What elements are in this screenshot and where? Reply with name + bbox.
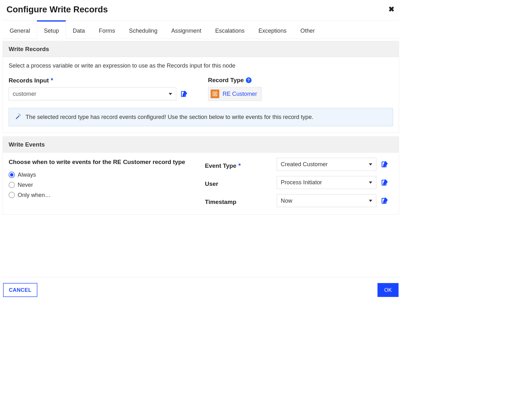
user-label: User xyxy=(205,178,272,187)
record-type-value: RE Customer xyxy=(223,90,257,97)
svg-point-5 xyxy=(19,114,20,115)
edit-user-icon[interactable] xyxy=(381,179,393,186)
chevron-down-icon xyxy=(369,181,372,184)
modal-footer: CANCEL OK xyxy=(2,277,400,297)
magic-wand-icon xyxy=(15,113,21,121)
records-input-label: Records Input * xyxy=(9,77,194,84)
ok-button[interactable]: OK xyxy=(378,283,399,297)
radio-option-never[interactable]: Never xyxy=(9,181,191,188)
write-records-description: Select a process variable or write an ex… xyxy=(9,62,393,69)
timestamp-value: Now xyxy=(281,197,292,204)
write-events-heading: Choose when to write events for the RE C… xyxy=(9,158,191,166)
modal-title: Configure Write Records xyxy=(6,4,108,15)
radio-icon xyxy=(9,172,15,178)
write-events-header: Write Events xyxy=(3,137,399,153)
event-type-value: Created Customer xyxy=(281,161,328,167)
event-type-select[interactable]: Created Customer xyxy=(277,158,376,171)
radio-option-only-when[interactable]: Only when… xyxy=(9,192,191,198)
tab-setup[interactable]: Setup xyxy=(37,20,66,39)
cancel-button[interactable]: CANCEL xyxy=(3,283,37,297)
chevron-down-icon xyxy=(169,93,172,95)
event-type-label: Event Type * xyxy=(205,159,272,169)
timestamp-select[interactable]: Now xyxy=(277,194,376,207)
record-type-label: Record Type ? xyxy=(208,77,393,84)
tab-forms[interactable]: Forms xyxy=(92,20,122,39)
record-type-label-text: Record Type xyxy=(208,77,244,84)
tab-scheduling[interactable]: Scheduling xyxy=(122,20,164,39)
record-type-chip[interactable]: RE Customer xyxy=(208,87,262,101)
tab-escalations[interactable]: Escalations xyxy=(208,20,251,39)
user-value: Process Initiator xyxy=(281,179,322,186)
user-select[interactable]: Process Initiator xyxy=(277,176,376,189)
write-records-header: Write Records xyxy=(3,41,399,57)
radio-icon xyxy=(9,192,15,198)
close-icon[interactable]: ✖ xyxy=(387,5,395,14)
tab-general[interactable]: General xyxy=(3,20,37,39)
timestamp-label: Timestamp xyxy=(205,196,272,205)
write-events-when-radio-group: Always Never Only when… xyxy=(9,172,191,199)
tab-bar: General Setup Data Forms Scheduling Assi… xyxy=(2,20,400,39)
edit-event-type-icon[interactable] xyxy=(381,161,393,168)
write-events-section: Write Events Choose when to write events… xyxy=(3,136,399,214)
required-star-icon: * xyxy=(51,77,53,84)
event-type-label-text: Event Type xyxy=(205,162,236,169)
tab-assignment[interactable]: Assignment xyxy=(164,20,208,39)
chevron-down-icon xyxy=(369,200,372,202)
edit-timestamp-icon[interactable] xyxy=(381,197,393,204)
edit-expression-icon[interactable] xyxy=(180,90,188,98)
radio-icon xyxy=(9,182,15,188)
records-input-label-text: Records Input xyxy=(9,77,49,84)
chevron-down-icon xyxy=(369,163,372,166)
required-star-icon: * xyxy=(238,162,241,169)
radio-label: Never xyxy=(18,181,33,188)
record-type-icon xyxy=(211,89,219,98)
tab-data[interactable]: Data xyxy=(66,20,92,39)
records-input-value: customer xyxy=(13,90,36,97)
svg-point-7 xyxy=(20,115,21,116)
tab-exceptions[interactable]: Exceptions xyxy=(251,20,293,39)
radio-label: Always xyxy=(18,172,36,178)
write-records-section: Write Records Select a process variable … xyxy=(3,41,399,133)
records-input-select[interactable]: customer xyxy=(9,88,176,101)
svg-point-6 xyxy=(18,114,19,114)
radio-option-always[interactable]: Always xyxy=(9,172,191,178)
radio-label: Only when… xyxy=(18,192,51,198)
help-icon[interactable]: ? xyxy=(246,77,251,83)
info-banner-text: The selected record type has record even… xyxy=(26,114,313,121)
info-banner: The selected record type has record even… xyxy=(9,108,393,126)
tab-other[interactable]: Other xyxy=(294,20,322,39)
